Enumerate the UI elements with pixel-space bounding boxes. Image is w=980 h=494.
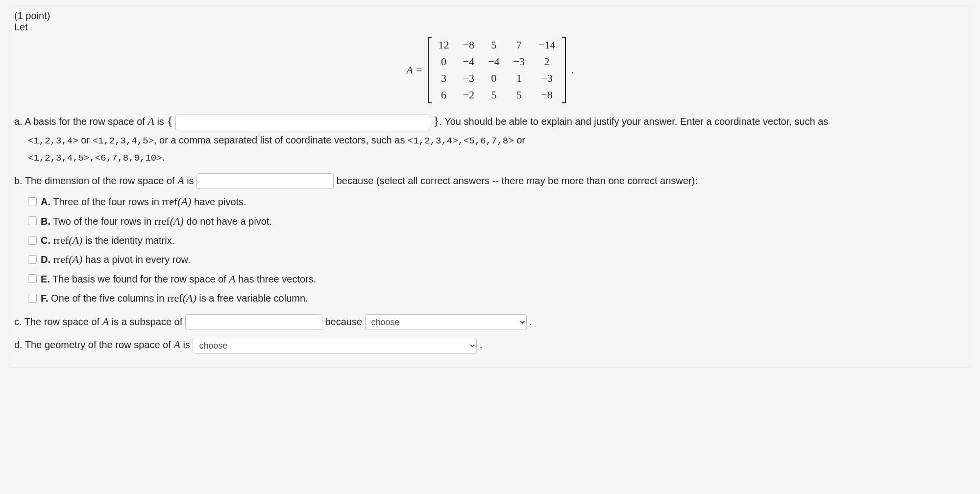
cell: −14 <box>532 37 562 53</box>
text: has a pivot in every row. <box>82 254 190 265</box>
var-A: A <box>102 315 109 328</box>
checkbox-E[interactable] <box>28 274 37 283</box>
text: Two of the four rows in <box>50 216 154 227</box>
part-d: d. The geometry of the row space of A is… <box>14 335 966 353</box>
var-A: A <box>173 338 180 351</box>
checkbox-C[interactable] <box>28 236 37 245</box>
lbrace: { <box>167 114 172 128</box>
cell: 2 <box>532 53 562 70</box>
basis-input[interactable] <box>175 115 430 130</box>
checkbox-F[interactable] <box>28 294 37 303</box>
part-b-because: because (select all correct answers -- t… <box>337 175 698 186</box>
rref: rref <box>50 234 69 246</box>
part-c-pre: c. The row space of <box>14 316 102 327</box>
checkbox-D[interactable] <box>28 255 37 264</box>
part-c-is: is a subspace of <box>109 316 185 327</box>
cell: 0 <box>481 70 506 87</box>
example: <1,2,3,4,5>,<6,7,8,9,10> <box>28 153 162 164</box>
paren: (A) <box>177 195 191 208</box>
text: do not have a pivot. <box>184 216 272 227</box>
cell: 6 <box>432 87 456 103</box>
geometry-select[interactable]: choose <box>193 338 477 353</box>
var-A: A <box>177 174 184 187</box>
part-a: a. A basis for the row space of A is { }… <box>14 110 966 166</box>
paren: (A) <box>69 253 82 265</box>
option-B: B. Two of the four rows in rref(A) do no… <box>28 212 966 230</box>
cell: −3 <box>456 70 481 87</box>
matrix-body: 12 −8 5 7 −14 0 −4 −4 −3 2 3 <box>432 37 563 103</box>
subspace-input[interactable] <box>185 314 322 330</box>
option-A: A. Three of the four rows in rref(A) hav… <box>28 192 966 211</box>
part-c: c. The row space of A is a subspace of b… <box>14 312 966 330</box>
paren: (A) <box>183 292 196 304</box>
part-d-is: is <box>180 339 193 350</box>
matrix-dot: . <box>571 64 574 76</box>
rref: rref <box>162 195 178 208</box>
cell: 5 <box>481 87 506 103</box>
text: or <box>78 135 93 145</box>
rref: rref <box>167 292 183 304</box>
cell: 3 <box>432 70 456 87</box>
text: is a free variable column. <box>196 293 308 304</box>
part-b-pre: b. The dimension of the row space of <box>14 175 177 186</box>
checkbox-B[interactable] <box>28 216 37 225</box>
let-label: Let <box>14 22 966 33</box>
cell: 0 <box>432 53 456 70</box>
cell: −2 <box>456 87 481 103</box>
rbrace: } <box>433 114 439 128</box>
cell: −4 <box>456 53 481 70</box>
paren: (A) <box>170 215 184 227</box>
opt-bold: F. <box>41 293 49 304</box>
opt-bold: E. <box>41 274 50 284</box>
cell: 12 <box>432 37 456 53</box>
dimension-input[interactable] <box>196 173 334 189</box>
checkbox-A[interactable] <box>28 197 37 206</box>
matrix-lhs: A = <box>406 64 422 76</box>
example: <1,2,3,4> <box>28 136 78 146</box>
cell: −8 <box>456 37 481 53</box>
part-c-because: because <box>325 316 365 327</box>
opt-bold: A. <box>41 196 50 207</box>
option-label: C. rref(A) is the identity matrix. <box>41 231 174 249</box>
cell: 1 <box>506 70 531 87</box>
cell: −3 <box>506 53 531 70</box>
part-a-is: is <box>154 116 167 127</box>
part-a-cont: <1,2,3,4> or <1,2,3,4,5>, or a comma sep… <box>28 135 525 163</box>
option-label: E. The basis we found for the row space … <box>41 270 316 288</box>
text: Three of the four rows in <box>50 196 162 207</box>
part-b-is: is <box>184 175 197 186</box>
text: , or a comma separated list of coordinat… <box>154 135 408 145</box>
text: The basis we found for the row space of <box>50 274 229 284</box>
text: or <box>514 135 525 145</box>
option-C: C. rref(A) is the identity matrix. <box>28 231 966 249</box>
matrix-equation: A = 12 −8 5 7 −14 0 −4 −4 −3 <box>14 37 966 103</box>
because-select[interactable]: choose <box>365 314 527 330</box>
option-E: E. The basis we found for the row space … <box>28 270 966 288</box>
cell: 5 <box>506 87 531 103</box>
option-label: A. Three of the four rows in rref(A) hav… <box>41 192 246 211</box>
text: . <box>162 152 165 163</box>
option-label: F. One of the five columns in rref(A) is… <box>41 289 308 307</box>
example: <1,2,3,4>,<5,6,7,8> <box>408 136 514 146</box>
example: <1,2,3,4,5> <box>93 136 154 146</box>
text: have pivots. <box>191 196 246 207</box>
part-a-after: . You should be able to explain and just… <box>439 116 828 127</box>
opt-bold: B. <box>41 216 50 227</box>
text: is the identity matrix. <box>82 235 174 246</box>
opt-bold: C. <box>41 235 50 246</box>
cell: −3 <box>532 70 562 87</box>
var-A: A <box>147 115 154 127</box>
option-F: F. One of the five columns in rref(A) is… <box>28 289 966 307</box>
points-label: (1 point) <box>14 10 966 22</box>
bracket-right <box>562 37 566 103</box>
dot: . <box>480 339 483 350</box>
part-a-pre: a. A basis for the row space of <box>14 116 147 127</box>
rref: rref <box>154 215 170 227</box>
cell: 5 <box>481 37 506 53</box>
part-d-pre: d. The geometry of the row space of <box>14 339 173 350</box>
dot: . <box>529 316 532 327</box>
option-label: D. rref(A) has a pivot in every row. <box>41 250 190 268</box>
var-A: A <box>229 273 235 285</box>
text: has three vectors. <box>236 274 317 284</box>
rref: rref <box>50 253 69 265</box>
